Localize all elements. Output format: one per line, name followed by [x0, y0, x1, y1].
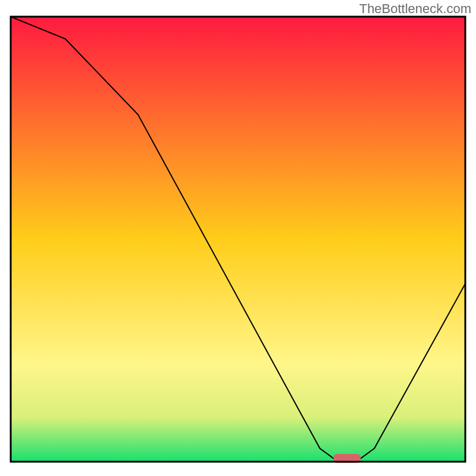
chart-container: TheBottleneck.com: [0, 0, 476, 476]
chart-background: [11, 17, 465, 462]
bottleneck-chart: [0, 0, 476, 476]
